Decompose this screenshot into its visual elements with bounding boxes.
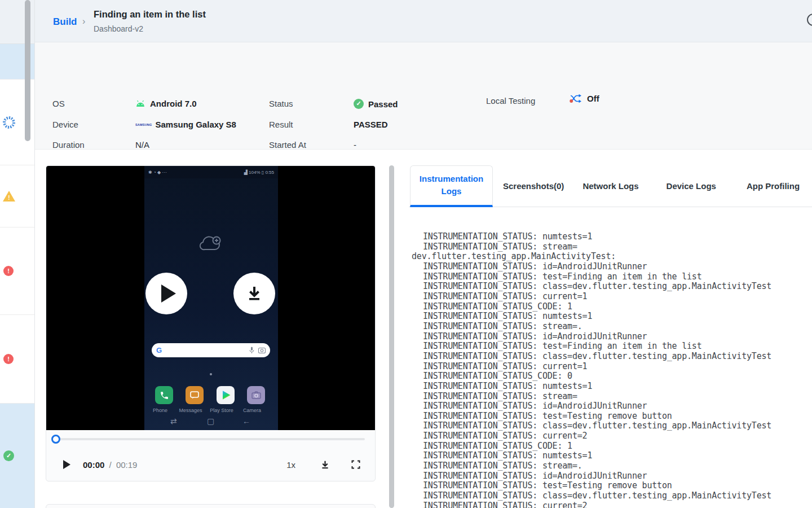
log-line: INSTRUMENTATION_STATUS: id=AndroidJUnitR… — [412, 471, 812, 481]
spinner-icon — [3, 116, 15, 129]
tab-app-profiling[interactable]: App Profiling — [747, 181, 800, 191]
android-icon — [135, 100, 145, 107]
status-label: Status — [269, 99, 293, 108]
playstore-app-icon: Play Store — [217, 386, 235, 404]
log-line: INSTRUMENTATION_STATUS: class=dev.flutte… — [412, 282, 812, 292]
google-search-bar: G — [152, 343, 270, 357]
warning-icon — [3, 191, 15, 202]
samsung-logo-icon: SAMSUNG — [135, 123, 152, 126]
local-testing-shuffle-icon — [570, 94, 582, 103]
camera-app-icon: Camera — [247, 386, 265, 404]
log-line: INSTRUMENTATION_STATUS: test=Testing rem… — [412, 481, 812, 491]
log-line: INSTRUMENTATION_STATUS: class=dev.flutte… — [412, 421, 812, 431]
logs-panel: Instrumentation Logs Screenshots(0) Netw… — [409, 165, 812, 508]
logs-tabstrip: Instrumentation Logs Screenshots(0) Netw… — [409, 165, 812, 207]
duration-label: Duration — [52, 140, 85, 150]
log-line: INSTRUMENTATION_STATUS: class=dev.flutte… — [412, 491, 812, 501]
home-indicator-dot — [210, 373, 212, 375]
log-line: INSTRUMENTATION_STATUS: test=Testing rem… — [412, 411, 812, 422]
seekbar-handle[interactable] — [51, 435, 60, 444]
play-icon — [161, 284, 176, 303]
error-icon — [3, 266, 14, 276]
video-seekbar[interactable] — [46, 430, 375, 447]
log-line: INSTRUMENTATION_STATUS_CODE: 1 — [412, 302, 812, 312]
breadcrumb-build-link[interactable]: Build — [53, 16, 77, 28]
download-video-button[interactable] — [320, 460, 330, 470]
download-icon — [246, 285, 263, 302]
log-line: INSTRUMENTATION_STATUS: stream=. — [412, 322, 812, 332]
device-label: Device — [52, 120, 78, 129]
log-line: INSTRUMENTATION_STATUS: id=AndroidJUnitR… — [412, 332, 812, 342]
chevron-right-icon: › — [82, 16, 85, 27]
app-label: Play Store — [205, 408, 239, 413]
home-nav-icon: ▢ — [207, 417, 214, 426]
device-value: SAMSUNG Samsung Galaxy S8 — [135, 120, 236, 129]
video-player-card: ✱ ◔ ◆ ⋯ ▟ 104% ▯ 0:55 G — [46, 165, 376, 481]
tab-screenshots[interactable]: Screenshots(0) — [503, 181, 564, 191]
os-label: OS — [52, 99, 65, 108]
video-play-overlay-button[interactable] — [145, 273, 187, 314]
log-line: INSTRUMENTATION_STATUS: numtests=1 — [412, 312, 812, 322]
tab-instrumentation-logs[interactable]: Instrumentation Logs — [410, 165, 493, 207]
log-line: INSTRUMENTATION_STATUS: id=AndroidJUnitR… — [412, 262, 812, 272]
passed-check-icon — [354, 99, 364, 109]
playstore-triangle-icon — [223, 391, 231, 400]
app-label: Camera — [235, 408, 269, 413]
local-testing-value: Off — [570, 94, 599, 103]
session-summary: OS Android 7.0 Device SAMSUNG Samsung Ga… — [35, 42, 812, 150]
header-help-icon[interactable] — [807, 14, 812, 26]
log-line: INSTRUMENTATION_STATUS: test=Finding an … — [412, 341, 812, 352]
session-content: ✱ ◔ ◆ ⋯ ▟ 104% ▯ 0:55 G — [35, 150, 812, 508]
duration-value: N/A — [135, 140, 149, 150]
page-title: Finding an item in the list — [94, 9, 206, 20]
log-line: INSTRUMENTATION_STATUS: class=dev.flutte… — [412, 352, 812, 362]
cloud-plus-icon — [198, 235, 225, 255]
content-scrollbar[interactable] — [389, 165, 394, 508]
log-line: INSTRUMENTATION_STATUS_CODE: 0 — [412, 371, 812, 382]
local-testing-label: Local Testing — [486, 96, 535, 106]
log-line: INSTRUMENTATION_STATUS: stream=. — [412, 461, 812, 471]
fullscreen-button[interactable] — [351, 460, 360, 469]
log-line: INSTRUMENTATION_STATUS: current=1 — [412, 362, 812, 372]
time-display: 00:00 / 00:19 — [83, 460, 137, 470]
result-value: PASSED — [354, 120, 388, 129]
app-label: Phone — [143, 408, 177, 413]
log-line: dev.flutter.testing_app.MainActivityTest… — [412, 252, 812, 262]
tab-device-logs[interactable]: Device Logs — [667, 181, 716, 191]
video-download-overlay-button[interactable] — [233, 273, 275, 314]
log-line: INSTRUMENTATION_STATUS: numtests=1 — [412, 232, 812, 242]
session-list-panel — [0, 0, 35, 508]
log-line: INSTRUMENTATION_STATUS: numtests=1 — [412, 451, 812, 461]
log-line: INSTRUMENTATION_STATUS: stream= — [412, 392, 812, 402]
log-line: INSTRUMENTATION_STATUS: current=1 — [412, 292, 812, 302]
lens-icon — [258, 347, 266, 353]
page-header: Build › Finding an item in the list Dash… — [35, 0, 812, 42]
main-panel: Build › Finding an item in the list Dash… — [35, 0, 812, 508]
play-button[interactable] — [63, 460, 70, 469]
log-line: INSTRUMENTATION_STATUS: current=2 — [412, 501, 812, 508]
session-item-error[interactable] — [0, 315, 34, 404]
log-line: INSTRUMENTATION_STATUS: numtests=1 — [412, 382, 812, 392]
tab-network-logs[interactable]: Network Logs — [582, 181, 638, 191]
session-list-scrollbar[interactable] — [25, 0, 30, 141]
log-lines: INSTRUMENTATION_STATUS: numtests=1INSTRU… — [409, 207, 812, 508]
page-subtitle: Dashboard-v2 — [94, 24, 143, 33]
status-value: Passed — [354, 99, 398, 109]
recents-nav-icon: ⇄ — [170, 417, 177, 426]
session-item-warning[interactable] — [0, 165, 34, 227]
session-item-passed-selected[interactable] — [0, 404, 34, 508]
next-section-card — [46, 504, 376, 508]
log-line: INSTRUMENTATION_STATUS: stream= — [412, 242, 812, 252]
session-item-error[interactable] — [0, 227, 34, 315]
back-nav-icon: ← — [242, 417, 250, 426]
seekbar-track[interactable] — [54, 438, 365, 440]
error-icon — [3, 354, 14, 364]
playback-speed-button[interactable]: 1x — [286, 460, 295, 470]
phone-nav-bar: ⇄ ▢ ← — [144, 417, 278, 430]
video-controls: 00:00 / 00:19 1x — [46, 447, 375, 481]
time-separator: / — [109, 460, 112, 470]
started-at-value: - — [354, 140, 356, 150]
messages-app-icon: Messages — [186, 386, 204, 404]
log-line: INSTRUMENTATION_STATUS: id=AndroidJUnitR… — [412, 401, 812, 411]
result-label: Result — [269, 120, 293, 129]
